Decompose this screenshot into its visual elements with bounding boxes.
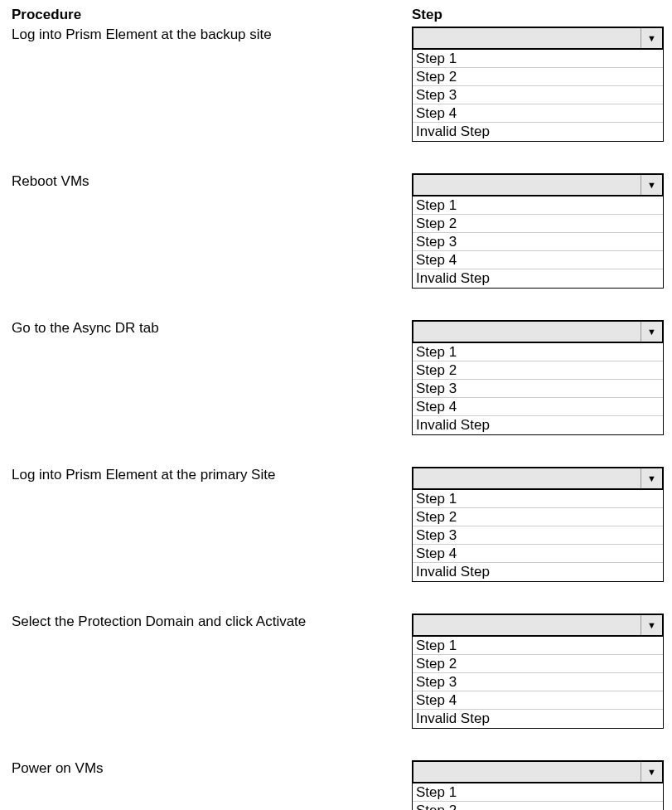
dropdown-option[interactable]: Step 4 (413, 691, 663, 710)
dropdown-header[interactable]: ▼ (412, 760, 664, 783)
step-cell: ▼Step 1Step 2Step 3Step 4Invalid Step (412, 612, 664, 759)
dropdown-option[interactable]: Step 1 (413, 490, 663, 508)
dropdown-option[interactable]: Step 4 (413, 104, 663, 123)
dropdown-option[interactable]: Step 1 (413, 50, 663, 68)
chevron-down-icon[interactable]: ▼ (641, 175, 662, 195)
step-cell: ▼Step 1Step 2Step 3Step 4Invalid Step (412, 172, 664, 318)
chevron-down-icon[interactable]: ▼ (641, 28, 662, 48)
dropdown-option[interactable]: Invalid Step (413, 710, 663, 728)
procedure-label: Select the Protection Domain and click A… (12, 612, 412, 759)
dropdown-option[interactable]: Step 2 (413, 68, 663, 86)
dropdown-option[interactable]: Step 3 (413, 86, 663, 104)
dropdown-header[interactable]: ▼ (412, 614, 664, 637)
chevron-down-icon[interactable]: ▼ (641, 322, 662, 342)
dropdown-selected-value (413, 762, 641, 782)
dropdown-header[interactable]: ▼ (412, 320, 664, 343)
dropdown-selected-value (413, 322, 641, 342)
step-dropdown[interactable]: ▼Step 1Step 2Step 3Step 4Invalid Step (412, 614, 664, 729)
dropdown-option[interactable]: Step 2 (413, 802, 663, 810)
dropdown-option-list: Step 1Step 2Step 3Step 4Invalid Step (412, 637, 664, 729)
dropdown-option[interactable]: Invalid Step (413, 269, 663, 288)
dropdown-option[interactable]: Step 1 (413, 783, 663, 802)
chevron-down-icon[interactable]: ▼ (641, 615, 662, 635)
dropdown-selected-value (413, 615, 641, 635)
dropdown-option[interactable]: Step 2 (413, 361, 663, 380)
step-dropdown[interactable]: ▼Step 1Step 2Step 3Step 4Invalid Step (412, 173, 664, 289)
dropdown-option-list: Step 1Step 2Step 3Step 4Invalid Step (412, 343, 664, 435)
step-dropdown[interactable]: ▼Step 1Step 2Step 3Step 4Invalid Step (412, 27, 664, 142)
dropdown-option[interactable]: Step 1 (413, 637, 663, 655)
chevron-down-icon[interactable]: ▼ (641, 762, 662, 782)
dropdown-option[interactable]: Step 3 (413, 526, 663, 545)
dropdown-option-list: Step 1Step 2Step 3Step 4Invalid Step (412, 490, 664, 582)
procedure-label: Power on VMs (12, 759, 412, 810)
dropdown-option[interactable]: Step 3 (413, 380, 663, 398)
step-cell: ▼Step 1Step 2Step 3Step 4Invalid Step (412, 465, 664, 612)
dropdown-selected-value (413, 468, 641, 488)
dropdown-option-list: Step 1Step 2Step 3Step 4Invalid Step (412, 196, 664, 289)
dropdown-option[interactable]: Step 2 (413, 655, 663, 673)
dropdown-option[interactable]: Invalid Step (413, 123, 663, 141)
dropdown-selected-value (413, 28, 641, 48)
dropdown-option[interactable]: Step 2 (413, 215, 663, 233)
dropdown-header[interactable]: ▼ (412, 173, 664, 196)
dropdown-option[interactable]: Step 1 (413, 196, 663, 215)
dropdown-header[interactable]: ▼ (412, 27, 664, 50)
step-dropdown[interactable]: ▼Step 1Step 2Step 3Step 4Invalid Step (412, 467, 664, 582)
step-cell: ▼Step 1Step 2Step 3Step 4Invalid Step (412, 318, 664, 465)
procedure-header: Procedure (12, 7, 412, 25)
step-cell: ▼Step 1Step 2Step 3Step 4Invalid Step (412, 25, 664, 172)
dropdown-option[interactable]: Step 1 (413, 343, 663, 361)
dropdown-header[interactable]: ▼ (412, 467, 664, 490)
dropdown-option-list: Step 1Step 2Step 3Step 4Invalid Step (412, 783, 664, 810)
dropdown-option[interactable]: Step 3 (413, 233, 663, 251)
dropdown-option[interactable]: Step 4 (413, 251, 663, 269)
dropdown-option[interactable]: Step 3 (413, 673, 663, 691)
dropdown-option[interactable]: Invalid Step (413, 563, 663, 581)
step-dropdown[interactable]: ▼Step 1Step 2Step 3Step 4Invalid Step (412, 320, 664, 435)
dropdown-option[interactable]: Invalid Step (413, 416, 663, 434)
dropdown-option[interactable]: Step 2 (413, 508, 663, 526)
procedure-label: Log into Prism Element at the backup sit… (12, 25, 412, 172)
dropdown-option-list: Step 1Step 2Step 3Step 4Invalid Step (412, 50, 664, 142)
dropdown-selected-value (413, 175, 641, 195)
chevron-down-icon[interactable]: ▼ (641, 468, 662, 488)
dropdown-option[interactable]: Step 4 (413, 545, 663, 563)
procedure-label: Go to the Async DR tab (12, 318, 412, 465)
procedure-label: Reboot VMs (12, 172, 412, 318)
dropdown-option[interactable]: Step 4 (413, 398, 663, 416)
step-header: Step (412, 7, 664, 25)
step-cell: ▼Step 1Step 2Step 3Step 4Invalid Step (412, 759, 664, 810)
procedure-label: Log into Prism Element at the primary Si… (12, 465, 412, 612)
step-dropdown[interactable]: ▼Step 1Step 2Step 3Step 4Invalid Step (412, 760, 664, 810)
